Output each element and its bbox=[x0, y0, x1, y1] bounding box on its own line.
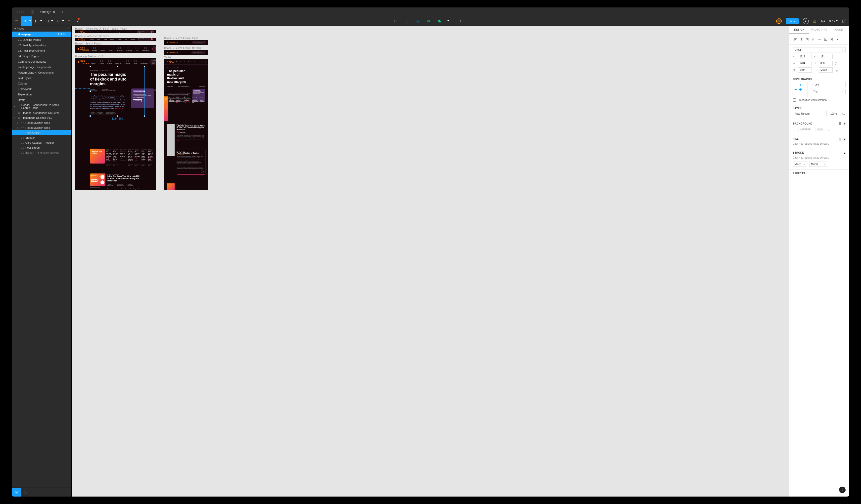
page-item[interactable]: Homepage1 of 13 bbox=[12, 31, 71, 37]
layer-row[interactable]: Sidebar bbox=[12, 135, 71, 140]
constraint-h-select[interactable]: ↔ Left⌄ bbox=[810, 82, 846, 87]
add-page-icon[interactable]: + bbox=[67, 27, 69, 30]
layer-row[interactable]: ▸Header/Static/Home bbox=[12, 125, 71, 130]
frame-tool[interactable] bbox=[32, 16, 40, 26]
bg-swatch[interactable] bbox=[793, 128, 796, 131]
frame-header-search[interactable]: CSS-TRICKS ArticlesGuidesVideosAlmanacSn… bbox=[75, 45, 156, 53]
zoom-dropdown[interactable]: 30% bbox=[829, 19, 838, 23]
bg-styles-icon[interactable]: ⠿ bbox=[838, 122, 841, 126]
page-item[interactable]: L2 .Post Type Headers bbox=[12, 42, 71, 48]
min-dot[interactable] bbox=[19, 11, 22, 13]
share-button[interactable]: Share bbox=[785, 18, 799, 24]
align-left-icon[interactable] bbox=[793, 37, 798, 42]
prototype-tab[interactable]: PROTOTYPE bbox=[809, 26, 829, 34]
layer-row[interactable]: [Button - Find more articles] bbox=[12, 150, 71, 155]
align-right-icon[interactable] bbox=[805, 37, 810, 42]
align-vcenter-icon[interactable] bbox=[817, 37, 822, 42]
comment-tool[interactable] bbox=[73, 16, 81, 26]
stroke-more-icon[interactable]: ⋯ bbox=[829, 163, 832, 166]
frame-label[interactable]: Header - Condensed On Scroll - Search Fo… bbox=[75, 27, 127, 30]
edit-object-icon[interactable] bbox=[393, 16, 399, 26]
view-icon[interactable] bbox=[821, 19, 825, 23]
frame-label[interactable]: Tablet bbox=[164, 56, 171, 59]
link-wh-icon[interactable] bbox=[835, 61, 837, 65]
frame-label[interactable]: Header - Search Focus - No Input bbox=[164, 47, 202, 50]
fix-scroll-checkbox[interactable] bbox=[793, 98, 796, 102]
menu-button[interactable] bbox=[12, 16, 22, 26]
align-bottom-icon[interactable] bbox=[823, 37, 828, 42]
text-tool[interactable] bbox=[65, 16, 73, 26]
window-controls[interactable] bbox=[15, 11, 26, 13]
crop-icon[interactable] bbox=[459, 16, 464, 26]
page-item[interactable]: L1. Landing Pages bbox=[12, 37, 71, 42]
article-card[interactable]: Article 15 Jul 2019Sometimes sizing is q… bbox=[120, 149, 126, 166]
assets-tab-button[interactable] bbox=[21, 488, 30, 497]
user-avatar[interactable] bbox=[776, 18, 782, 24]
type-selector[interactable]: Group⌄ bbox=[793, 47, 846, 53]
instance-icon[interactable] bbox=[414, 16, 421, 26]
max-dot[interactable] bbox=[23, 11, 26, 13]
layer-row[interactable]: ▸Header - Condensed On Scroll - Search F… bbox=[12, 102, 71, 110]
page-item[interactable]: Exploration bbox=[12, 92, 71, 97]
bg-pct-input[interactable] bbox=[815, 127, 825, 132]
visibility-toggle-icon[interactable] bbox=[842, 113, 846, 115]
constraint-v-select[interactable]: ↕ Top⌄ bbox=[810, 89, 846, 94]
layer-row[interactable]: Card Caousel - Popular bbox=[12, 140, 71, 145]
page-item[interactable]: Framework bbox=[12, 86, 71, 92]
article-card[interactable]: Link 15 Jul 2019Finite State with React:… bbox=[141, 149, 147, 166]
bg-add-icon[interactable]: + bbox=[844, 122, 846, 126]
frame-label[interactable]: Header - Condensed On Scroll bbox=[75, 35, 109, 38]
frame-tool-dropdown[interactable] bbox=[40, 16, 43, 26]
more-align-icon[interactable] bbox=[835, 37, 840, 42]
tab-add-button[interactable]: + bbox=[60, 10, 66, 14]
stroke-add-icon[interactable]: + bbox=[844, 151, 846, 155]
page-item[interactable]: L4. Single Pages bbox=[12, 53, 71, 59]
move-tool[interactable] bbox=[22, 16, 29, 26]
files-icon[interactable] bbox=[31, 10, 34, 14]
frame-header-scroll-search[interactable]: CSS-TRICKSArticlesGuidesVideosAlmanacSni… bbox=[75, 30, 156, 33]
layer-row[interactable]: ▸Hero Article bbox=[12, 130, 71, 135]
book-icon[interactable] bbox=[842, 19, 846, 23]
boolean-dropdown[interactable] bbox=[447, 16, 453, 26]
w-input[interactable] bbox=[798, 61, 812, 66]
y-input[interactable] bbox=[819, 54, 833, 59]
tab-close-icon[interactable]: ✕ bbox=[53, 10, 55, 14]
article-card[interactable]: Article 15 Jul 2019Adding Particle Effec… bbox=[148, 149, 154, 166]
file-tab[interactable]: Redesign ✕ bbox=[36, 8, 58, 16]
x-input[interactable] bbox=[798, 54, 812, 59]
frame-header-input[interactable]: CSS-TRICKSHow to vertically ce bbox=[164, 40, 208, 45]
frame-tablet[interactable]: CSS-TRICKSArticlesVideosAlmanacSnippetsN… bbox=[164, 59, 208, 190]
opacity-input[interactable] bbox=[829, 111, 840, 116]
page-item[interactable]: Comment Components bbox=[12, 59, 71, 65]
stroke-align-select[interactable]: Mixed⌄ bbox=[809, 162, 827, 167]
page-item[interactable]: Text Styles bbox=[12, 75, 71, 81]
layer-row[interactable]: ▸Header/Static/Home bbox=[12, 120, 71, 125]
bg-remove-icon[interactable]: − bbox=[833, 128, 834, 131]
boolean-icon[interactable] bbox=[436, 16, 442, 26]
close-dot[interactable] bbox=[15, 11, 18, 13]
fill-styles-icon[interactable]: ⠿ bbox=[838, 137, 841, 141]
independent-corners-icon[interactable] bbox=[835, 69, 838, 72]
rotation-input[interactable] bbox=[798, 67, 812, 73]
article-card[interactable]: Link 15 Jul 2019Stuff you can do with CS… bbox=[113, 149, 118, 166]
help-button[interactable]: ? bbox=[839, 487, 846, 493]
layer-row[interactable]: ▸Header - Condensed On Scroll bbox=[12, 110, 71, 115]
radius-input[interactable] bbox=[819, 67, 833, 73]
align-hcenter-icon[interactable] bbox=[799, 37, 804, 42]
frame-label[interactable]: Header - Search Focus bbox=[75, 42, 101, 45]
stroke-weight-select[interactable]: Mixed⌄ bbox=[793, 162, 807, 167]
frame-header-scroll[interactable]: CSS-TRICKSArticlesGuidesVideosAlmanacSni… bbox=[75, 38, 156, 41]
frame-label[interactable]: Header - Search Focus - Input bbox=[164, 37, 198, 40]
canvas[interactable]: Header - Condensed On Scroll - Search Fo… bbox=[72, 26, 789, 496]
design-tab[interactable]: DESIGN bbox=[789, 26, 809, 34]
shape-tool[interactable] bbox=[43, 16, 51, 26]
constraints-widget[interactable] bbox=[793, 82, 808, 97]
mask-icon[interactable] bbox=[425, 16, 432, 26]
layer-row[interactable]: ▾Homepage Desktop V1.2 bbox=[12, 115, 71, 120]
page-item[interactable]: Pattern Library / Components bbox=[12, 70, 71, 75]
article-card[interactable]: Article 15 Jul 2019The peculiar magic of… bbox=[107, 149, 112, 166]
h-input[interactable] bbox=[819, 61, 833, 66]
pen-tool[interactable] bbox=[54, 16, 62, 26]
frame-label[interactable]: Homepage Desktop V1.2 bbox=[75, 55, 103, 58]
page-item[interactable]: Landing Page Components bbox=[12, 65, 71, 70]
